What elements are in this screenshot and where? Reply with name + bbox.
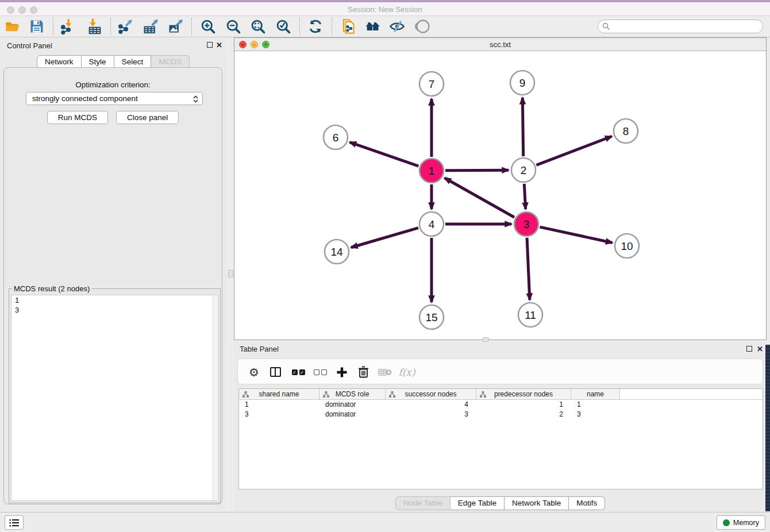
tab-node-table[interactable]: Node Table [395, 496, 451, 510]
trash-icon [358, 366, 369, 378]
close-table-panel-icon[interactable]: ✕ [757, 346, 763, 353]
cell-successor-nodes[interactable]: 3 [386, 410, 476, 419]
export-table-button[interactable] [143, 18, 159, 34]
zoom-in-button[interactable] [200, 18, 216, 34]
zoom-selected-button[interactable] [275, 18, 291, 34]
export-table-icon [143, 18, 159, 34]
float-table-panel-icon[interactable] [746, 346, 752, 352]
float-panel-icon[interactable] [207, 42, 213, 48]
horizontal-splitter-grip[interactable] [483, 337, 489, 342]
column-header-mcds-role[interactable]: MCDS role [319, 389, 386, 399]
table-row[interactable]: 3 dominator 3 2 3 [239, 410, 763, 419]
main-toolbar [0, 16, 770, 37]
graph-edge-1-6[interactable] [350, 142, 419, 167]
hide-panels-button[interactable] [389, 18, 405, 34]
save-session-button[interactable] [29, 18, 45, 34]
network-overview-button[interactable] [340, 18, 356, 34]
network-window-titlebar[interactable]: × − + scc.txt [234, 38, 766, 51]
graph-edge-3-1[interactable] [445, 178, 514, 217]
attribute-type-icon [480, 391, 486, 398]
optimization-select[interactable]: strongly connected component [26, 92, 203, 105]
graph-edge-4-14[interactable] [351, 228, 418, 248]
node-table: shared name MCDS role successor nodes pr… [238, 388, 763, 489]
close-panel-icon[interactable]: ✕ [216, 42, 222, 49]
column-header-predecessor-nodes[interactable]: predecessor nodes [476, 389, 571, 399]
mcds-result-textarea[interactable]: 1 3 [11, 295, 218, 501]
cell-mcds-role[interactable]: dominator [319, 410, 386, 419]
run-mcds-button[interactable]: Run MCDS [47, 111, 108, 124]
zoom-fit-button[interactable] [250, 18, 266, 34]
vertical-splitter-grip[interactable] [228, 270, 233, 277]
import-table-icon [87, 18, 103, 34]
cell-successor-nodes[interactable]: 4 [386, 400, 476, 410]
column-header-successor-nodes[interactable]: successor nodes [386, 389, 476, 399]
cell-name[interactable]: 1 [571, 400, 620, 410]
apply-function-button[interactable]: f(x) [396, 359, 417, 385]
mcds-buttons-row: Run MCDS Close panel [4, 111, 222, 124]
cell-name[interactable]: 3 [571, 410, 620, 419]
cell-shared-name[interactable]: 3 [239, 410, 319, 419]
optimization-selected-value: strongly connected component [32, 94, 138, 103]
graph-node-label: 9 [519, 77, 526, 89]
cell-predecessor-nodes[interactable]: 1 [476, 400, 571, 410]
export-network-button[interactable] [117, 18, 133, 34]
graph-edge-1-2[interactable] [445, 170, 509, 171]
task-history-button[interactable] [5, 515, 24, 530]
gear-icon: ⚙ [249, 365, 259, 379]
graph-node-label: 11 [525, 309, 536, 321]
table-options-button[interactable]: ⚙ [245, 359, 263, 385]
checked-box-icon: ✓ [299, 369, 305, 375]
delete-table-button[interactable] [376, 359, 394, 385]
show-panel-button[interactable] [415, 18, 431, 34]
search-icon [602, 22, 610, 30]
zoom-out-button[interactable] [225, 18, 241, 34]
graph-node-label: 2 [521, 164, 527, 176]
add-row-button[interactable] [333, 359, 351, 385]
graph-node-label: 14 [330, 246, 343, 258]
column-header-name[interactable]: name [571, 389, 620, 399]
import-network-button[interactable] [60, 18, 76, 34]
graph-edge-2-3[interactable] [524, 184, 525, 209]
memory-button[interactable]: Memory [717, 515, 765, 530]
search-input[interactable] [613, 21, 760, 32]
import-table-button[interactable] [87, 18, 103, 34]
cell-shared-name[interactable]: 1 [239, 400, 319, 410]
cell-predecessor-nodes[interactable]: 2 [476, 410, 571, 419]
result-scrollbar[interactable] [212, 296, 217, 500]
delete-row-button[interactable] [355, 359, 372, 385]
session-title: Session: New Session [0, 5, 770, 14]
graph-edge-2-9[interactable] [522, 98, 523, 156]
delete-table-icon [378, 368, 392, 377]
function-icon: f(x) [398, 367, 415, 378]
tab-network-table[interactable]: Network Table [505, 496, 569, 510]
network-window-title: scc.txt [234, 40, 766, 49]
graph-edge-3-11[interactable] [527, 238, 530, 300]
export-image-button[interactable] [167, 18, 183, 34]
home-button[interactable] [364, 18, 380, 34]
mcds-result-title: MCDS result (2 nodes) [12, 284, 91, 293]
apply-layout-button[interactable] [307, 18, 324, 34]
toolbar-separator [110, 18, 111, 35]
unchecked-box-icon [321, 369, 327, 375]
eye-slash-icon [389, 18, 405, 34]
graph-edge-2-8[interactable] [536, 136, 611, 165]
memory-label: Memory [733, 519, 759, 527]
export-network-icon [117, 18, 133, 34]
tab-motifs[interactable]: Motifs [569, 496, 605, 510]
split-panel-button[interactable] [267, 359, 284, 385]
graph-node-label: 1 [429, 165, 435, 177]
column-header-shared-name[interactable]: shared name [239, 389, 319, 399]
select-all-button[interactable]: ✓✓ [288, 359, 308, 385]
homes-icon [364, 18, 380, 34]
table-row[interactable]: 1 dominator 4 1 1 [239, 400, 763, 410]
close-panel-button[interactable]: Close panel [116, 111, 179, 124]
graph-edge-3-10[interactable] [540, 227, 612, 242]
toolbar-separator [299, 18, 300, 35]
cell-mcds-role[interactable]: dominator [319, 400, 386, 410]
tab-edge-table[interactable]: Edge Table [451, 496, 505, 510]
network-canvas[interactable]: 7968124314101511 [234, 51, 766, 340]
mcds-result-line: 3 [11, 305, 218, 315]
table-panel-title: Table Panel [240, 345, 279, 353]
deselect-all-button[interactable] [310, 359, 330, 385]
open-session-button[interactable] [5, 18, 21, 34]
